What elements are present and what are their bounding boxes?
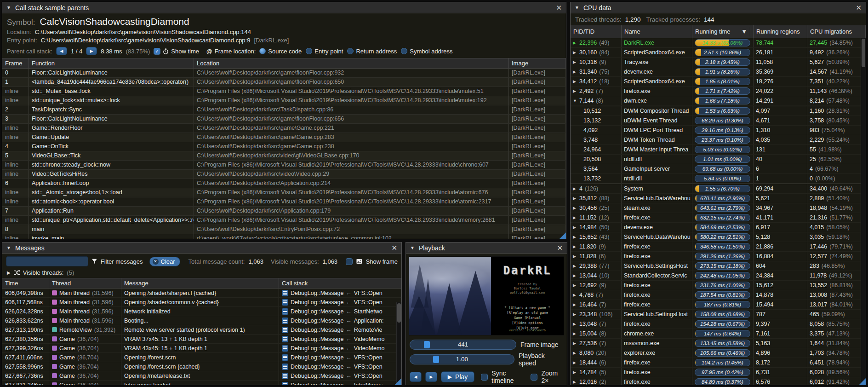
cpu-process-row[interactable]: 3,748DWM Token Thread23.37 ms (0.10%)4,0… [571,135,866,145]
expand-icon[interactable]: ▶ [573,196,577,201]
callstack-cell[interactable]: DebugLog::Message←VFS::Open [279,362,401,371]
expand-icon[interactable]: ▶ [573,380,577,384]
cpu-process-row[interactable]: ▶23,348(106)ServiceHub.SettingsHost158.0… [571,310,866,319]
cpu-process-row[interactable]: ▶14,984(50)devenv.exe584.69 ms (2.53%)6,… [571,223,866,232]
cpu-process-row[interactable]: ▶12,692(9)firefox.exe231.76 ms (1.00%)15… [571,281,866,290]
frame-location-option[interactable]: Symbol address [401,48,452,55]
cpu-process-row[interactable]: ▶30,456(25)steam.exe643.61 ms (2.79%)34,… [571,203,866,213]
cpu-scrollbar[interactable] [861,38,866,384]
expand-icon[interactable]: ▶ [573,215,577,220]
clear-button[interactable]: ✕ Clear [149,257,180,266]
expand-icon[interactable]: ▶ [573,244,577,249]
cpu-process-row[interactable]: ▶11,828(6)firefox.exe291.26 ms (1.26%)16… [571,252,866,261]
expand-icon[interactable]: ▶ [573,273,577,278]
callstack-cell[interactable]: DebugLog::Message←RemoteVie [279,325,401,334]
cpu-process-row[interactable]: ▶30,160(84)ScriptedSandbox64.exe2.51 s (… [571,48,866,58]
column-header[interactable]: Name [622,25,692,38]
expand-icon[interactable]: ▶ [573,264,577,268]
next-frame-button[interactable]: ▶ [425,372,437,382]
callstack-row[interactable]: 5VideoGLBase::TickC:\Users\wolf\Desktop\… [2,151,566,161]
expand-icon[interactable]: ▶ [573,370,577,375]
expand-icon[interactable]: ▶ [573,360,577,365]
filter-input[interactable] [6,256,88,266]
cpu-process-row[interactable]: ▼7,144(8)dwm.exe1.66 s (7.18%)14,2918,21… [571,96,866,106]
collapse-icon[interactable]: ▼ [410,245,415,250]
callstack-row[interactable]: inlineVideo::GetTicksHiResC:\Users\wolf\… [2,170,566,179]
cpu-process-row[interactable]: 24,964DWM Master Input Threa5.03 ms (0.0… [571,145,866,155]
cpu-process-row[interactable]: ▶29,388(77)ServiceHub.SettingsHost273.15… [571,261,866,271]
expand-icon[interactable]: ▶ [573,40,577,45]
callstack-cell[interactable]: DebugLog::Message←VideoMemo [279,335,401,343]
expand-icon[interactable]: ▶ [573,206,577,210]
expand-icon[interactable]: ▶ [573,293,577,297]
play-button[interactable]: ▶ Play [441,371,474,382]
radio-button[interactable] [347,48,354,54]
prev-callstack-button[interactable]: ◀ [56,47,67,55]
resize-handle[interactable] [859,378,866,385]
expand-icon[interactable]: ▶ [573,351,577,355]
visible-threads-row[interactable]: ▶ Visible threads: (5) [2,268,401,278]
cpu-process-row[interactable]: ▶35,812(88)ServiceHub.DataWarehou670.41 … [571,194,866,203]
message-row[interactable]: 627,831,246nsGame(36,704)Intro menu load… [2,381,401,385]
message-row[interactable]: 627,380,356nsGame(36,704)VRAM 37x45: 13 … [2,335,401,344]
prev-frame-button[interactable]: ◀ [410,372,422,382]
zoom-2x-checkbox[interactable] [531,374,537,381]
expand-icon[interactable]: ▶ [573,50,577,55]
expand-icon[interactable]: ▶ [573,186,577,191]
cpu-process-row[interactable]: 10,512DWM Compositor Thread1.53 s (6.63%… [571,106,866,116]
cpu-process-row[interactable]: 13,732ntdll.dll5.84 us (0.00%)10(0.00%) [571,174,866,184]
message-row[interactable]: 627,313,190nsRemoteView(31,392)Remote vi… [2,325,401,335]
callstack-cell[interactable]: DebugLog::Message←Application: [279,316,401,325]
frame-location-option[interactable]: Entry point [306,48,343,55]
callstack-row[interactable]: 8mainC:\Users\wolf\Desktop\darkrl\src\En… [2,225,566,234]
close-icon[interactable]: ✕ [556,4,562,11]
frame-location-option[interactable]: Source code [259,48,302,55]
message-row[interactable]: 606,049,398nsMain thread(31,596)Opening … [2,289,401,298]
resize-handle[interactable] [560,232,566,239]
messages-scrollbar[interactable] [396,302,401,384]
callstack-row[interactable]: inlinestd::atomic<bool>::operator boolC:… [2,197,566,207]
cpu-process-row[interactable]: ▶31,340(75)devenv.exe1.91 s (8.26%)35,36… [571,67,866,77]
callstack-row[interactable]: 6Application::InnerLoopC:\Users\wolf\Des… [2,179,566,188]
callstack-row[interactable]: 3Floor::CalcLightNoLuminanceC:\Users\wol… [2,115,566,124]
cpu-process-row[interactable]: ▶11,820(9)firefox.exe346.58 ms (1.50%)21… [571,242,866,252]
cpu-process-row[interactable]: ▶4,768(7)firefox.exe187.54 ms (0.81%)14,… [571,290,866,300]
cpu-process-row[interactable]: ▶14,784(5)firefox.exe97.95 ms (0.42%)6,7… [571,368,866,377]
expand-icon[interactable]: ▶ [573,331,577,336]
callstack-cell[interactable]: DebugLog::Message←VFS::Open [279,371,401,380]
cpu-process-row[interactable]: 3,564GameInput server69.68 us (0.00%)64(… [571,164,866,174]
next-callstack-button[interactable]: ▶ [86,47,97,55]
collapse-icon[interactable]: ▼ [6,245,11,250]
cpu-process-row[interactable]: ▶10,316(9)Tracy.exe2.18 s (9.45%)11,0585… [571,58,866,67]
expand-icon[interactable]: ▶ [573,60,577,64]
expand-icon[interactable]: ▶ [573,341,577,346]
callstack-row[interactable]: inlinestd::chrono::steady_clock::nowC:\P… [2,161,566,170]
frame-image-slider[interactable]: 441 [410,340,516,350]
collapse-icon[interactable]: ▼ [575,5,579,10]
expand-icon[interactable]: ▶ [573,225,577,230]
callstack-cell[interactable]: DebugLog::Message←StartNetwo [279,307,401,316]
callstack-row[interactable]: inlineinvoke_maind:\agent\_work\63\s\src… [2,234,566,239]
callstack-cell[interactable]: DebugLog::Message←VFS::Open [279,353,401,362]
callstack-cell[interactable]: DebugLog::Message←VFS::Open [279,298,401,306]
close-icon[interactable]: ✕ [557,244,563,251]
expand-icon[interactable]: ▶ [573,79,577,84]
show-time-checkbox[interactable]: ✓ [154,48,160,55]
cpu-process-row[interactable]: ▶13,044(10)StandardCollector.Servic242.4… [571,271,866,281]
collapse-icon[interactable]: ▼ [6,5,11,10]
expand-icon[interactable]: ▶ [573,312,577,317]
frame-location-option[interactable]: Return address [347,48,397,55]
expand-icon[interactable]: ▶ [573,322,577,326]
callstack-row[interactable]: inlinestd::_Mutex_base::lockC:\Program F… [2,87,566,96]
expand-icon[interactable]: ▶ [573,69,577,74]
message-row[interactable]: 627,399,326nsGame(36,704)VRAM 43x45: 15 … [2,344,401,353]
column-header[interactable]: Running time▼ [692,25,754,38]
cpu-process-row[interactable]: ▶27,536(7)msvsmon.exe133.45 ms (0.58%)5,… [571,339,866,348]
cpu-process-row[interactable]: ▶11,152(12)firefox.exe632.15 ms (2.74%)4… [571,213,866,223]
message-row[interactable]: 606,117,568nsMain thread(31,596)Opening … [2,298,401,307]
expand-icon[interactable]: ▶ [573,302,577,307]
callstack-row[interactable]: 7Application::RunC:\Users\wolf\Desktop\d… [2,207,566,216]
cpu-process-row[interactable]: ▶18,444(6)firefox.exe104.2 ms (0.45%)8,1… [571,358,866,368]
sync-timeline-checkbox[interactable] [481,374,488,381]
show-frame-checkbox[interactable] [346,258,353,265]
